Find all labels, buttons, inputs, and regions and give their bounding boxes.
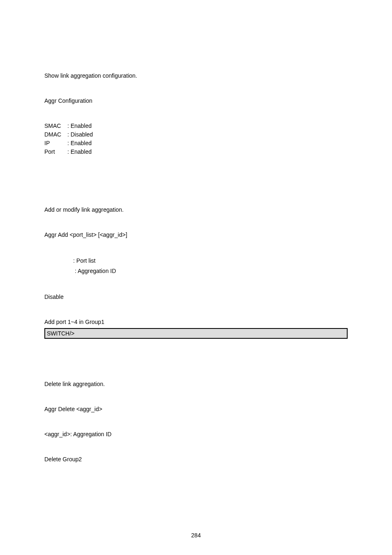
- port-value: : Enabled: [67, 148, 92, 155]
- config-row-smac: SMAC : Enabled: [44, 122, 348, 130]
- smac-label: SMAC: [44, 122, 66, 130]
- section3-syntax: Aggr Delete <aggr_id>: [44, 405, 348, 414]
- section2-default: Disable: [44, 293, 348, 301]
- section3-example: Delete Group2: [44, 455, 348, 464]
- section3-desc: Delete link aggregation.: [44, 380, 348, 388]
- section3-params: <aggr_id>: Aggregation ID: [44, 430, 348, 439]
- section2-syntax-block: Aggr Add <port_list> [<aggr_id>]: [44, 231, 348, 239]
- aggr-config-title: Aggr Configuration: [44, 97, 348, 105]
- config-row-port: Port : Enabled: [44, 148, 348, 156]
- example-code-box: SWITCH/>: [44, 328, 348, 339]
- section-delete-aggr: Delete link aggregation.: [44, 380, 348, 388]
- section-add-aggr: Add or modify link aggregation.: [44, 206, 348, 214]
- ip-label: IP: [44, 139, 66, 148]
- section2-params: : Port list : Aggregation ID: [44, 256, 348, 276]
- config-row-dmac: DMAC : Disabled: [44, 130, 348, 139]
- smac-value: : Enabled: [67, 123, 92, 129]
- section3-example-desc: Delete Group2: [44, 455, 348, 464]
- config-row-ip: IP : Enabled: [44, 139, 348, 148]
- section3-syntax-block: Aggr Delete <aggr_id>: [44, 405, 348, 414]
- ip-value: : Enabled: [67, 140, 92, 146]
- dmac-value: : Disabled: [67, 131, 93, 138]
- port-label: Port: [44, 148, 66, 156]
- section2-desc: Add or modify link aggregation.: [44, 206, 348, 214]
- section-show-aggr: Show link aggregation configuration.: [44, 72, 348, 80]
- document-page: Show link aggregation configuration. Agg…: [0, 0, 392, 555]
- section1-desc: Show link aggregation configuration.: [44, 72, 348, 80]
- dmac-label: DMAC: [44, 130, 66, 139]
- section3-param-aggrid: <aggr_id>: Aggregation ID: [44, 430, 348, 439]
- example-desc: Add port 1~4 in Group1: [44, 318, 348, 326]
- page-number: 284: [0, 532, 392, 539]
- aggr-config-block: Aggr Configuration: [44, 97, 348, 105]
- aggr-config-rows: SMAC : Enabled DMAC : Disabled IP : Enab…: [44, 122, 348, 156]
- default-setting: Disable: [44, 293, 348, 301]
- param-portlist: : Port list: [44, 256, 348, 266]
- section2-example: Add port 1~4 in Group1 SWITCH/>: [44, 318, 348, 339]
- section2-syntax: Aggr Add <port_list> [<aggr_id>]: [44, 231, 348, 239]
- example-code: SWITCH/>: [47, 330, 74, 337]
- param-aggrid: : Aggregation ID: [44, 266, 348, 276]
